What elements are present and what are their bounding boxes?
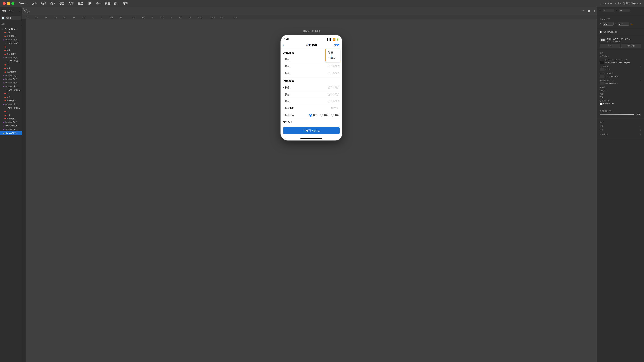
menu-window[interactable]: 窗口 <box>114 2 119 5</box>
layer-item[interactable]: 标题 <box>0 31 22 34</box>
radio-label-1: 选中 <box>313 114 318 117</box>
form-field-1-label: * 标题 <box>283 58 290 61</box>
h-input[interactable]: 178 <box>618 22 629 26</box>
canvas-area[interactable]: iPhone 12 Mini 9:41 ▌▌▌ 📶 🔋 ‹ ✕ 名称名称 文本 <box>26 19 597 362</box>
w-input[interactable]: 375 <box>603 22 614 26</box>
dropdown-item-2[interactable]: 选项选二 <box>326 55 340 61</box>
form-field-2: * 标题 提示性随文 <box>283 63 340 70</box>
edit-button[interactable]: 编辑原件 <box>621 43 642 48</box>
nav-back[interactable]: ‹ <box>283 43 284 47</box>
layer-color-red <box>4 50 6 51</box>
new-button[interactable]: 新建 <box>600 43 620 48</box>
layer-item[interactable]: 显示性随文 <box>0 99 22 103</box>
layer-label: inputitem/录入/单选/常规 <box>5 78 20 81</box>
select-tool[interactable]: ⊙ <box>587 9 591 13</box>
menu-plugin[interactable]: 插件 <box>96 2 101 5</box>
menu-layer[interactable]: 图层 <box>78 2 83 5</box>
layer-item[interactable]: 标题 <box>0 67 22 70</box>
export-tool[interactable]: ↑ <box>592 9 596 13</box>
layer-item[interactable]: ◆ inputitem/录入/常规必填备份 <box>0 38 22 42</box>
layer-item[interactable]: ◆ inputitem/录入/文本录入/... <box>0 74 22 77</box>
layer-item[interactable]: — line/级分割线 02 <box>0 42 22 45</box>
layer-color-red <box>4 36 6 37</box>
add-fill-button[interactable]: + <box>640 125 642 128</box>
page-1[interactable]: 页面 1 <box>5 17 11 19</box>
radio-option-3[interactable]: 选项 <box>331 114 340 117</box>
float-value: ■ 悬浮层/白色 <box>603 102 614 105</box>
back-chevron-icon[interactable]: ‹ <box>283 43 284 47</box>
animation-label: 滚动时保持固定 <box>603 31 617 34</box>
animation-checkbox[interactable] <box>600 31 602 33</box>
menu-help[interactable]: 帮助 <box>123 2 128 5</box>
main-button[interactable]: 主按钮 Normal <box>283 127 340 134</box>
layer-item[interactable]: — line/级分割线 02 <box>0 59 22 63</box>
layer-item[interactable]: ◆ inputitem/录入/单选标题备... <box>0 124 22 128</box>
menu-file[interactable]: 文件 <box>32 2 37 5</box>
nav-right-button[interactable]: 文本 <box>334 43 340 47</box>
iphone-layer-header[interactable]: ▼ iPhone 12 Mini <box>0 27 22 31</box>
menu-arrange[interactable]: 排列 <box>87 2 92 5</box>
layer-item[interactable]: 显示性随文 <box>0 117 22 120</box>
radio-label-3: 选项 <box>335 114 340 117</box>
iphone-layer-label: iPhone 12 Mini <box>4 28 18 30</box>
layer-item[interactable]: 标题 <box>0 49 22 52</box>
radio-option-1[interactable]: 选中 <box>309 114 318 117</box>
dropdown-item-1[interactable]: 选项一 <box>326 50 340 55</box>
form-section-2-title: 表单标题 <box>283 77 340 84</box>
layer-label: line/级分割线 02 <box>7 42 20 45</box>
traffic-lights[interactable] <box>2 2 14 5</box>
layer-item[interactable]: ◆ inputitem/录入/选择录入/... <box>0 81 22 85</box>
layer-item[interactable]: ◆ inputitem/录入/常规必填 <box>0 56 22 59</box>
layer-item[interactable]: ◆ inputitem/录入/常规必填 <box>0 120 22 124</box>
layer-item[interactable]: — line/级分割线 02 <box>0 106 22 110</box>
menu-view[interactable]: 视图 <box>59 2 64 5</box>
layer-label: 显示性随文 <box>6 53 16 55</box>
layer-item[interactable]: ◆ inputitem/录入/常规必填备... <box>0 85 22 88</box>
pen-tool[interactable]: ✏ <box>581 9 586 13</box>
layer-label: line/级分割线 02 <box>7 60 20 63</box>
close-button[interactable] <box>2 2 6 5</box>
textarea-section: 文字标题 请输入... 0/100 <box>283 119 340 124</box>
layer-item[interactable]: ◆ inputitem/录入/单选/常规 <box>0 77 22 81</box>
option2-value: 选项选二 <box>600 89 642 92</box>
layer-item[interactable]: 标题 <box>0 113 22 117</box>
component-sublabel: 选择框 Navbar (8) <box>607 40 632 42</box>
layer-item[interactable]: • • <box>0 110 22 113</box>
menu-view2[interactable]: 视图 <box>105 2 110 5</box>
form-field-4-label: * 标题 <box>283 86 290 89</box>
page-tab[interactable]: 页面 <box>2 9 6 12</box>
layer-item[interactable]: ◆ inputitem/录入/常规必填备... <box>0 103 22 106</box>
layer-item[interactable]: 显示性随文 <box>0 52 22 56</box>
layer-item[interactable]: — line/级分割线 02 <box>0 88 22 92</box>
layer-label: 标题 <box>6 96 10 98</box>
form-select-value: 请选择 › <box>331 107 340 110</box>
layer-color-red <box>4 97 6 98</box>
x-input[interactable]: 0 <box>603 9 614 12</box>
menu-insert[interactable]: 插入 <box>50 2 56 5</box>
radio-option-2[interactable]: 选项 <box>320 114 328 117</box>
layer-item[interactable]: 显示性随文 <box>0 70 22 74</box>
maximize-button[interactable] <box>11 2 14 5</box>
opacity-value: 100% <box>635 113 642 116</box>
add-shadow-button[interactable]: + <box>640 129 642 132</box>
form-select-field[interactable]: * 标题名称 请选择 › <box>283 105 340 112</box>
add-border-button[interactable]: + <box>640 133 642 136</box>
layer-item[interactable]: • • <box>0 92 22 95</box>
add-page-button[interactable]: + <box>18 9 20 13</box>
layer-item[interactable]: ◆ inputitem/录入/单选标题备... <box>0 128 22 131</box>
layer-item[interactable]: 标题 <box>0 95 22 99</box>
layer-item[interactable]: • • <box>0 63 22 67</box>
layer-label: inputitem/录入/选择录入/... <box>5 81 20 84</box>
menu-text[interactable]: 文字 <box>68 2 74 5</box>
layers-tab[interactable]: 图层 <box>9 9 13 12</box>
minimize-button[interactable] <box>7 2 10 5</box>
y-input[interactable]: 0 <box>619 9 630 12</box>
layer-item-selected[interactable]: ◆ Navbar/自/文字标题+左根2... <box>0 131 22 135</box>
radio-group: 选中 选项 选项 <box>309 114 340 117</box>
menu-edit[interactable]: 编辑 <box>41 2 46 5</box>
layer-item[interactable]: • • <box>0 45 22 49</box>
opacity-slider[interactable] <box>600 114 634 115</box>
form-field-4-placeholder: 提示性随文 <box>328 86 340 89</box>
status-text: 176°F ⌘ 中 <box>600 2 612 5</box>
layer-item[interactable]: 显示性随文 <box>0 34 22 38</box>
